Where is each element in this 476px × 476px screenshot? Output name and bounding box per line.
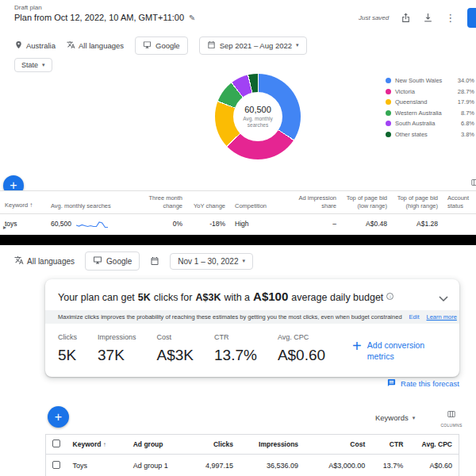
legend-dot (386, 121, 391, 126)
column-header-ctr[interactable]: CTR (371, 435, 409, 455)
table-row[interactable]: Toys Ad group 1 4,997.15 36,536.09 A$3,0… (46, 455, 459, 476)
ad-impression-share-cell: – (279, 213, 341, 233)
competition-cell: High (230, 213, 279, 233)
date-range-filter[interactable]: Sep 2021 – Aug 2022 ▾ (199, 36, 307, 55)
column-header-three-month-change[interactable]: Three month change (125, 191, 187, 214)
headline-text: average daily budget (291, 292, 383, 303)
saved-status: Just saved (359, 14, 389, 21)
forecast-keywords-table: Keyword ↑ Ad group Clicks Impressions Co… (45, 434, 459, 476)
column-header-impressions[interactable]: Impressions (240, 435, 305, 455)
create-campaign-button[interactable]: Create c (467, 8, 476, 28)
collapse-card-icon[interactable] (439, 291, 448, 305)
cost-cell: A$3,000.00 (305, 455, 371, 476)
legend-item: South Australia6.8% (386, 120, 474, 127)
column-header-avg-monthly-searches[interactable]: Avg. monthly searches (46, 191, 125, 214)
column-header-yoy-change[interactable]: YoY change (187, 191, 230, 214)
network-filter[interactable]: Google (135, 36, 188, 55)
languages-filter-label: All languages (27, 257, 75, 266)
column-header-competition[interactable]: Competition (230, 191, 279, 214)
download-icon[interactable] (423, 13, 433, 23)
state-breakdown-chart: 60,500 Avg. monthly searches (215, 74, 301, 159)
forecast-panel: All languages Google Nov 1 – 30, 2022 ▾ … (0, 245, 476, 476)
info-icon[interactable]: i (386, 293, 393, 300)
headline-text: Your plan can get (58, 292, 135, 303)
add-conversion-metrics-button[interactable]: + Add conversion metrics (352, 338, 432, 362)
legend-dot (386, 132, 391, 137)
column-header-top-bid-high[interactable]: Top of page bid (high range) (392, 191, 443, 214)
forecast-metrics: Clicks 5K Impressions 37K Cost A$3K CTR … (45, 324, 459, 377)
maximize-clicks-banner: Maximize clicks improves the probability… (45, 310, 459, 324)
ad-group-cell: Ad group 1 (127, 455, 189, 476)
metric-label: Impressions (98, 333, 136, 341)
location-filter[interactable]: Australia (14, 40, 56, 51)
columns-button[interactable]: COLUMNS (438, 408, 465, 428)
plan-title-row: Plan from Oct 12, 2022, 10 AM, GMT+11:00… (14, 13, 196, 22)
metric-avg-cpc: Avg. CPC A$0.60 (278, 333, 325, 364)
column-header-keyword[interactable]: Keyword ↑ (0, 191, 46, 214)
more-options-icon[interactable]: ⋮ (445, 13, 455, 23)
edit-plan-icon[interactable]: ✎ (189, 13, 195, 22)
column-header-top-bid-low[interactable]: Top of page bid (low range) (341, 191, 392, 214)
legend-value: 17.9% (458, 98, 474, 106)
avg-monthly-searches-value: 60,500 (51, 220, 71, 228)
location-filter-label: Australia (26, 41, 56, 50)
legend-item: Queensland17.9% (386, 98, 474, 106)
metric-cost: Cost A$3K (157, 333, 194, 364)
add-keywords-button[interactable]: + (48, 406, 69, 428)
legend-dot (386, 99, 391, 105)
top-bid-high-cell: A$1.28 (392, 213, 443, 233)
column-header-ad-group[interactable]: Ad group (127, 435, 189, 455)
column-header-cost[interactable]: Cost (305, 435, 371, 455)
chevron-down-icon: ▾ (42, 62, 45, 68)
column-header-keyword[interactable]: Keyword ↑ (67, 435, 127, 455)
table-header-row: Keyword ↑ Ad group Clicks Impressions Co… (46, 435, 459, 455)
add-conversion-label: Add conversion metrics (367, 338, 432, 362)
forecast-summary-card: Your plan can get 5K clicks for A$3K wit… (45, 279, 459, 377)
rate-forecast-label: Rate this forecast (401, 379, 459, 388)
metric-label: Cost (157, 333, 194, 341)
keyword-cell: Toys (67, 455, 127, 476)
edit-link[interactable]: Edit (409, 313, 420, 321)
clicks-cell: 4,997.15 (189, 455, 240, 476)
table-row[interactable]: toys 60,500 0% -18% High – A$0.48 A$1.28 (0, 213, 476, 233)
languages-filter[interactable]: All languages (14, 255, 75, 267)
chevron-down-icon: ▾ (242, 258, 245, 264)
header-actions: Just saved ⋮ Create c (359, 8, 476, 28)
rate-forecast-link[interactable]: Rate this forecast (387, 378, 459, 389)
legend-label: New South Wales (395, 77, 455, 84)
forecast-filters-toolbar: All languages Google Nov 1 – 30, 2022 ▾ (14, 251, 253, 271)
network-filter[interactable]: Google (85, 251, 140, 271)
legend-item: Western Australia8.7% (386, 109, 474, 117)
plan-title: Plan from Oct 12, 2022, 10 AM, GMT+11:00 (14, 13, 184, 22)
forecast-date-range-label: Nov 1 – 30, 2022 (178, 257, 238, 266)
state-breakdown-dropdown[interactable]: State ▾ (14, 58, 52, 72)
sparkline-chart (76, 218, 108, 229)
share-icon[interactable] (401, 13, 411, 23)
column-header-ad-impression-share[interactable]: Ad impression share (279, 191, 341, 214)
legend-dot (386, 89, 391, 94)
legend-label: Queensland (395, 98, 455, 106)
column-header-avg-cpc[interactable]: Avg. CPC (409, 435, 459, 455)
row-checkbox[interactable] (52, 461, 60, 469)
learn-more-link[interactable]: Learn more (426, 313, 456, 321)
translate-icon (67, 40, 75, 51)
network-icon (93, 255, 102, 267)
expand-row-icon[interactable]: ▸ (3, 224, 6, 231)
metric-value: 13.7% (214, 347, 257, 364)
state-dropdown-label: State (21, 61, 38, 69)
keywords-dropdown[interactable]: Keywords ▾ (375, 413, 415, 422)
metric-label: Avg. CPC (278, 333, 325, 341)
metric-impressions: Impressions 37K (98, 333, 136, 364)
plan-overview-panel: Draft plan Plan from Oct 12, 2022, 10 AM… (0, 0, 476, 235)
headline-text: clicks for (154, 292, 193, 303)
select-all-checkbox[interactable] (52, 440, 60, 447)
metric-clicks: Clicks 5K (58, 333, 77, 364)
forecast-date-range-dropdown[interactable]: Nov 1 – 30, 2022 ▾ (170, 253, 253, 270)
languages-filter[interactable]: All languages (67, 40, 124, 51)
donut-center-label: Avg. monthly searches (238, 116, 278, 129)
metric-value: 5K (58, 347, 77, 364)
column-header-account-status[interactable]: Account status (443, 191, 476, 214)
column-header-clicks[interactable]: Clicks (189, 435, 240, 455)
legend-item: Victoria28.7% (386, 88, 474, 95)
screenshot-divider (0, 235, 476, 245)
